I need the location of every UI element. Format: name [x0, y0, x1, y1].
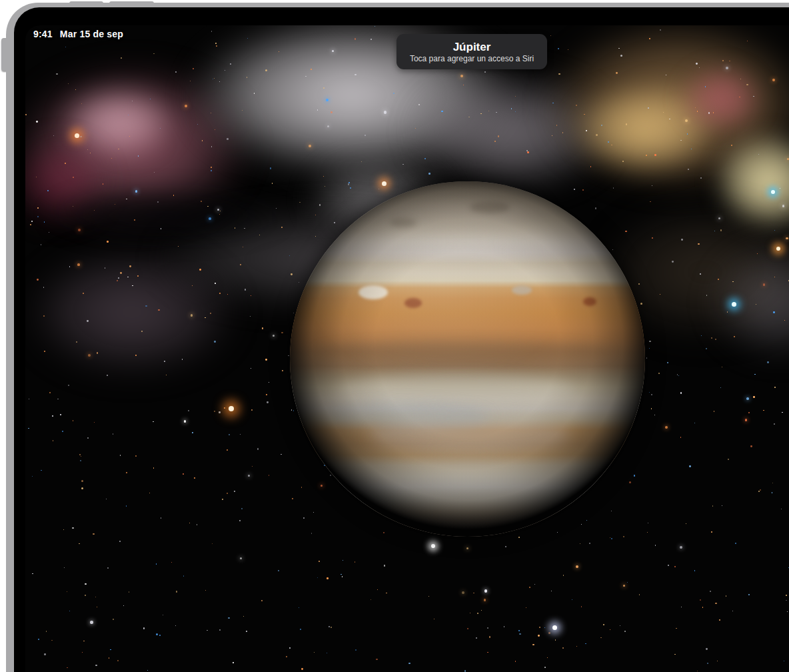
star: [784, 320, 785, 321]
star: [576, 565, 578, 568]
star: [185, 105, 187, 107]
star: [740, 79, 741, 79]
star: [68, 83, 69, 84]
star: [331, 627, 332, 628]
star: [75, 89, 76, 90]
star: [214, 341, 215, 342]
star: [686, 523, 686, 524]
star: [107, 567, 109, 569]
star: [519, 633, 520, 635]
star: [83, 641, 84, 641]
star: [161, 517, 162, 519]
star: [309, 145, 311, 147]
star: [199, 269, 201, 271]
star: [272, 183, 273, 183]
bright-star: [771, 190, 775, 194]
bright-star: [552, 625, 557, 630]
star: [88, 354, 91, 357]
star: [434, 619, 434, 619]
star: [586, 130, 587, 131]
star: [107, 241, 109, 243]
star: [687, 133, 688, 134]
status-bar: 9:41 Mar 15 de sep: [33, 29, 123, 39]
star: [348, 183, 349, 185]
star: [36, 121, 38, 123]
star: [289, 647, 291, 649]
siri-banner-subtitle: Toca para agregar un acceso a Siri: [410, 55, 534, 63]
star: [103, 183, 104, 185]
status-date: Mar 15 de sep: [60, 29, 123, 39]
star: [81, 480, 83, 482]
star: [342, 576, 343, 577]
star: [711, 531, 712, 533]
star: [611, 538, 612, 539]
star: [250, 316, 251, 317]
star: [300, 629, 302, 631]
star: [278, 570, 279, 571]
star: [700, 599, 701, 601]
star: [473, 593, 474, 594]
star: [149, 493, 150, 493]
star: [548, 632, 550, 634]
star: [117, 660, 119, 661]
star: [772, 492, 773, 493]
star: [127, 277, 129, 278]
star: [781, 509, 782, 509]
star: [576, 105, 577, 106]
star: [681, 239, 683, 241]
star: [343, 560, 344, 561]
star: [87, 320, 89, 322]
star: [240, 557, 242, 559]
star: [772, 79, 775, 81]
star: [699, 67, 700, 68]
star: [402, 164, 403, 165]
star: [623, 585, 625, 587]
star: [460, 75, 463, 77]
star: [246, 631, 247, 632]
star: [67, 591, 67, 592]
star: [355, 649, 357, 651]
star: [722, 367, 722, 367]
star: [326, 99, 329, 101]
star: [574, 189, 575, 190]
star: [774, 387, 776, 388]
star: [197, 124, 198, 125]
star: [428, 173, 430, 175]
star: [145, 305, 147, 307]
star: [763, 410, 764, 411]
star: [227, 449, 228, 451]
star: [691, 149, 692, 149]
star: [273, 335, 275, 337]
star: [252, 466, 253, 467]
bright-star: [75, 133, 79, 138]
star: [323, 87, 325, 89]
star: [299, 282, 299, 283]
star: [129, 136, 130, 137]
star: [211, 31, 213, 32]
star: [73, 206, 73, 207]
jupiter-planet[interactable]: [290, 181, 645, 537]
star: [269, 382, 269, 383]
star: [654, 415, 655, 415]
star: [595, 207, 597, 209]
star: [757, 253, 758, 254]
star: [215, 283, 216, 284]
star: [76, 341, 77, 342]
siri-shortcut-banner[interactable]: Júpiter Toca para agregar un acceso a Si…: [396, 34, 547, 69]
star: [85, 595, 86, 596]
star: [56, 73, 57, 75]
star: [484, 589, 488, 593]
star: [748, 594, 750, 595]
star: [563, 575, 564, 576]
star: [585, 643, 586, 644]
star: [648, 523, 648, 523]
star: [753, 96, 754, 97]
star: [680, 140, 682, 141]
star: [408, 663, 410, 664]
star: [106, 499, 107, 500]
star: [784, 661, 784, 661]
star: [697, 671, 698, 671]
star: [327, 653, 327, 653]
star: [467, 628, 468, 629]
star: [720, 387, 721, 388]
